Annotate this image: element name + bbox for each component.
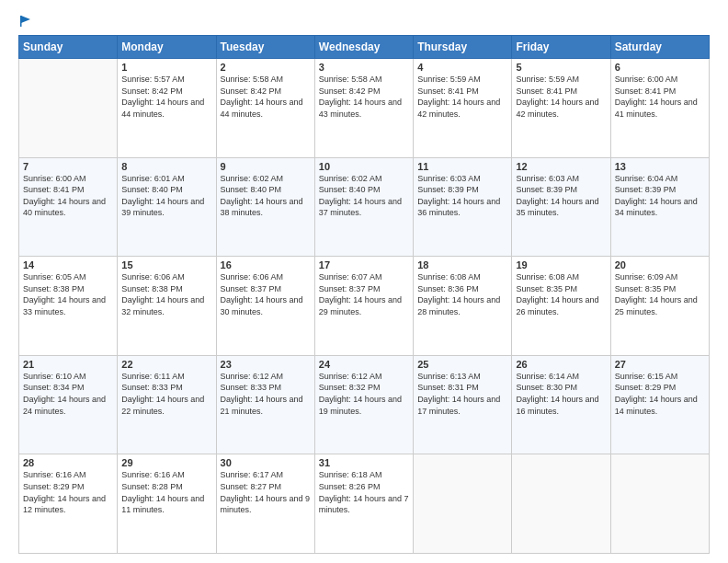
day-number: 14: [23, 259, 113, 270]
day-number: 23: [221, 359, 311, 370]
calendar-cell: 5Sunrise: 5:59 AMSunset: 8:41 PMDaylight…: [512, 59, 610, 158]
day-number: 5: [516, 62, 606, 73]
day-info: Sunrise: 6:08 AMSunset: 8:36 PMDaylight:…: [417, 271, 507, 317]
day-info: Sunrise: 6:09 AMSunset: 8:35 PMDaylight:…: [615, 271, 705, 317]
day-number: 31: [319, 457, 409, 468]
day-number: 22: [121, 359, 211, 370]
calendar-week-5: 28Sunrise: 6:16 AMSunset: 8:29 PMDayligh…: [19, 454, 710, 554]
calendar-cell: 3Sunrise: 5:58 AMSunset: 8:42 PMDaylight…: [314, 59, 413, 158]
day-number: 30: [221, 457, 311, 468]
calendar-cell: 1Sunrise: 5:57 AMSunset: 8:42 PMDaylight…: [118, 59, 216, 158]
day-number: 11: [417, 161, 507, 172]
day-number: 7: [23, 161, 113, 172]
svg-rect-1: [20, 16, 22, 27]
calendar-week-1: 1Sunrise: 5:57 AMSunset: 8:42 PMDaylight…: [19, 59, 710, 158]
day-info: Sunrise: 6:04 AMSunset: 8:39 PMDaylight:…: [615, 173, 705, 219]
calendar-cell: 18Sunrise: 6:08 AMSunset: 8:36 PMDayligh…: [414, 257, 512, 356]
calendar-cell: 30Sunrise: 6:17 AMSunset: 8:27 PMDayligh…: [216, 454, 314, 554]
day-info: Sunrise: 6:02 AMSunset: 8:40 PMDaylight:…: [221, 173, 311, 219]
calendar-week-2: 7Sunrise: 6:00 AMSunset: 8:41 PMDaylight…: [19, 157, 710, 257]
day-info: Sunrise: 6:05 AMSunset: 8:38 PMDaylight:…: [23, 271, 113, 317]
day-info: Sunrise: 6:10 AMSunset: 8:34 PMDaylight:…: [23, 371, 113, 417]
calendar-cell: [19, 59, 118, 158]
calendar-cell: 4Sunrise: 5:59 AMSunset: 8:41 PMDaylight…: [414, 59, 512, 158]
day-number: 8: [121, 161, 211, 172]
calendar-cell: 6Sunrise: 6:00 AMSunset: 8:41 PMDaylight…: [610, 59, 709, 158]
day-info: Sunrise: 6:15 AMSunset: 8:29 PMDaylight:…: [615, 371, 705, 417]
weekday-header-friday: Friday: [512, 36, 610, 59]
calendar-cell: 27Sunrise: 6:15 AMSunset: 8:29 PMDayligh…: [610, 355, 709, 454]
calendar-cell: 17Sunrise: 6:07 AMSunset: 8:37 PMDayligh…: [314, 257, 413, 356]
day-info: Sunrise: 6:12 AMSunset: 8:33 PMDaylight:…: [221, 371, 311, 417]
day-number: 2: [221, 62, 311, 73]
calendar-cell: 14Sunrise: 6:05 AMSunset: 8:38 PMDayligh…: [19, 257, 118, 356]
day-number: 12: [516, 161, 606, 172]
day-info: Sunrise: 6:14 AMSunset: 8:30 PMDaylight:…: [516, 371, 606, 417]
logo: [18, 15, 33, 28]
calendar-week-3: 14Sunrise: 6:05 AMSunset: 8:38 PMDayligh…: [19, 257, 710, 356]
day-number: 1: [121, 62, 211, 73]
day-info: Sunrise: 6:03 AMSunset: 8:39 PMDaylight:…: [516, 173, 606, 219]
day-info: Sunrise: 6:12 AMSunset: 8:32 PMDaylight:…: [319, 371, 409, 417]
day-info: Sunrise: 6:11 AMSunset: 8:33 PMDaylight:…: [121, 371, 211, 417]
calendar-table: SundayMondayTuesdayWednesdayThursdayFrid…: [18, 35, 710, 554]
weekday-header-thursday: Thursday: [414, 36, 512, 59]
day-number: 21: [23, 359, 113, 370]
day-info: Sunrise: 6:16 AMSunset: 8:29 PMDaylight:…: [23, 469, 113, 515]
day-number: 24: [319, 359, 409, 370]
day-info: Sunrise: 5:58 AMSunset: 8:42 PMDaylight:…: [319, 74, 409, 120]
day-info: Sunrise: 6:07 AMSunset: 8:37 PMDaylight:…: [319, 271, 409, 317]
day-info: Sunrise: 5:57 AMSunset: 8:42 PMDaylight:…: [121, 74, 211, 120]
day-number: 18: [417, 259, 507, 270]
calendar-cell: 9Sunrise: 6:02 AMSunset: 8:40 PMDaylight…: [216, 157, 314, 257]
calendar-week-4: 21Sunrise: 6:10 AMSunset: 8:34 PMDayligh…: [19, 355, 710, 454]
calendar-cell: 28Sunrise: 6:16 AMSunset: 8:29 PMDayligh…: [19, 454, 118, 554]
day-info: Sunrise: 6:02 AMSunset: 8:40 PMDaylight:…: [319, 173, 409, 219]
calendar-cell: 29Sunrise: 6:16 AMSunset: 8:28 PMDayligh…: [118, 454, 216, 554]
weekday-header-wednesday: Wednesday: [314, 36, 413, 59]
svg-marker-0: [21, 16, 30, 23]
day-info: Sunrise: 6:00 AMSunset: 8:41 PMDaylight:…: [615, 74, 705, 120]
day-number: 16: [221, 259, 311, 270]
day-info: Sunrise: 6:01 AMSunset: 8:40 PMDaylight:…: [121, 173, 211, 219]
day-info: Sunrise: 5:59 AMSunset: 8:41 PMDaylight:…: [417, 74, 507, 120]
day-info: Sunrise: 6:17 AMSunset: 8:27 PMDaylight:…: [221, 469, 311, 515]
day-number: 27: [615, 359, 705, 370]
day-number: 25: [417, 359, 507, 370]
calendar-cell: 2Sunrise: 5:58 AMSunset: 8:42 PMDaylight…: [216, 59, 314, 158]
calendar-cell: 21Sunrise: 6:10 AMSunset: 8:34 PMDayligh…: [19, 355, 118, 454]
calendar-cell: [414, 454, 512, 554]
day-number: 6: [615, 62, 705, 73]
day-number: 15: [121, 259, 211, 270]
calendar-cell: 15Sunrise: 6:06 AMSunset: 8:38 PMDayligh…: [118, 257, 216, 356]
day-number: 20: [615, 259, 705, 270]
day-info: Sunrise: 6:08 AMSunset: 8:35 PMDaylight:…: [516, 271, 606, 317]
day-info: Sunrise: 6:06 AMSunset: 8:38 PMDaylight:…: [121, 271, 211, 317]
day-number: 10: [319, 161, 409, 172]
calendar-cell: 7Sunrise: 6:00 AMSunset: 8:41 PMDaylight…: [19, 157, 118, 257]
calendar-cell: 16Sunrise: 6:06 AMSunset: 8:37 PMDayligh…: [216, 257, 314, 356]
calendar-cell: 22Sunrise: 6:11 AMSunset: 8:33 PMDayligh…: [118, 355, 216, 454]
day-number: 28: [23, 457, 113, 468]
calendar-cell: 23Sunrise: 6:12 AMSunset: 8:33 PMDayligh…: [216, 355, 314, 454]
calendar-cell: 24Sunrise: 6:12 AMSunset: 8:32 PMDayligh…: [314, 355, 413, 454]
calendar-cell: [610, 454, 709, 554]
day-number: 29: [121, 457, 211, 468]
calendar-cell: 20Sunrise: 6:09 AMSunset: 8:35 PMDayligh…: [610, 257, 709, 356]
calendar-cell: 10Sunrise: 6:02 AMSunset: 8:40 PMDayligh…: [314, 157, 413, 257]
weekday-header-monday: Monday: [118, 36, 216, 59]
day-info: Sunrise: 6:13 AMSunset: 8:31 PMDaylight:…: [417, 371, 507, 417]
day-number: 19: [516, 259, 606, 270]
day-number: 9: [221, 161, 311, 172]
weekday-header-tuesday: Tuesday: [216, 36, 314, 59]
header: [18, 15, 710, 28]
calendar-cell: 31Sunrise: 6:18 AMSunset: 8:26 PMDayligh…: [314, 454, 413, 554]
weekday-header-sunday: Sunday: [19, 36, 118, 59]
calendar-cell: 8Sunrise: 6:01 AMSunset: 8:40 PMDaylight…: [118, 157, 216, 257]
day-info: Sunrise: 6:00 AMSunset: 8:41 PMDaylight:…: [23, 173, 113, 219]
day-info: Sunrise: 5:58 AMSunset: 8:42 PMDaylight:…: [221, 74, 311, 120]
weekday-header-saturday: Saturday: [610, 36, 709, 59]
calendar-cell: 11Sunrise: 6:03 AMSunset: 8:39 PMDayligh…: [414, 157, 512, 257]
calendar-cell: 25Sunrise: 6:13 AMSunset: 8:31 PMDayligh…: [414, 355, 512, 454]
calendar-cell: 19Sunrise: 6:08 AMSunset: 8:35 PMDayligh…: [512, 257, 610, 356]
